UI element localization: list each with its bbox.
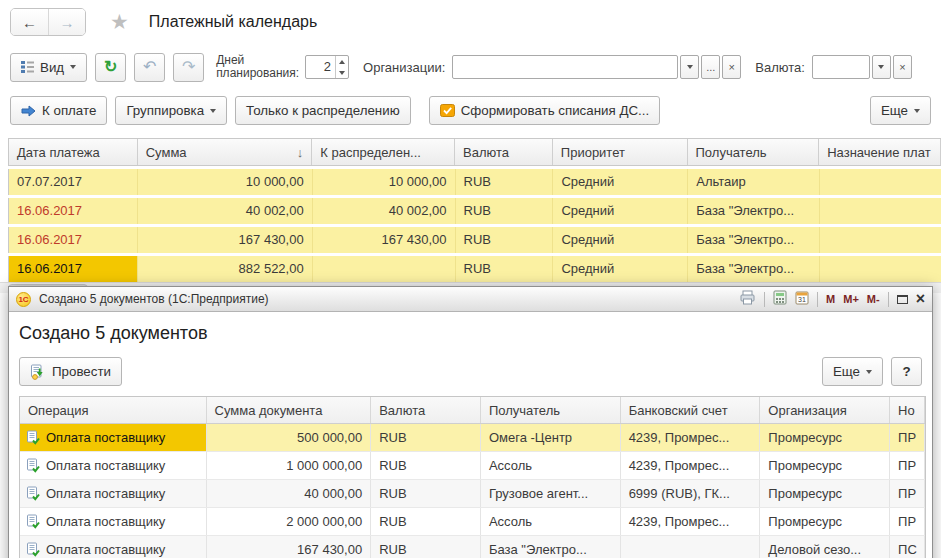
close-button[interactable]: × bbox=[916, 291, 925, 307]
cell-org[interactable]: Деловой сезо... bbox=[760, 536, 890, 558]
cell-purpose[interactable] bbox=[820, 256, 941, 282]
refresh-button[interactable]: ↻ bbox=[95, 53, 126, 82]
cell-date[interactable]: 07.07.2017 bbox=[9, 169, 138, 195]
cell-currency[interactable]: RUB bbox=[371, 424, 481, 451]
calculator-button[interactable] bbox=[773, 290, 787, 308]
cell-purpose[interactable] bbox=[820, 198, 941, 224]
cell-num[interactable]: ПР bbox=[890, 480, 925, 507]
cell-org[interactable]: Промресурс bbox=[760, 508, 890, 535]
redo-button[interactable]: ↷ bbox=[173, 53, 204, 82]
cell-num[interactable]: ПС bbox=[890, 536, 925, 558]
cell-org[interactable]: Промресурс bbox=[760, 424, 890, 451]
currency-input[interactable] bbox=[812, 55, 870, 79]
cell-account[interactable]: 6999 (RUB), ГК... bbox=[621, 480, 761, 507]
cell-amount[interactable]: 167 430,00 bbox=[207, 536, 372, 558]
cell-operation[interactable]: Оплата поставщику bbox=[20, 536, 207, 558]
cell-operation[interactable]: Оплата поставщику bbox=[20, 508, 207, 535]
cell-currency[interactable]: RUB bbox=[456, 169, 554, 195]
cell-amount[interactable]: 40 000,00 bbox=[207, 480, 372, 507]
cell-recipient[interactable]: Грузовое агент... bbox=[481, 480, 621, 507]
cell-org[interactable]: Промресурс bbox=[760, 480, 890, 507]
cell-recipient[interactable]: Ассоль bbox=[481, 452, 621, 479]
memory-recall-button[interactable]: M bbox=[826, 293, 835, 305]
form-writeoffs-button[interactable]: Сформировать списания ДС... bbox=[429, 96, 661, 125]
cell-to_distribute[interactable] bbox=[313, 256, 456, 282]
cell-currency[interactable]: RUB bbox=[456, 256, 554, 282]
cell-sum[interactable]: 40 002,00 bbox=[138, 198, 313, 224]
column-header-to_distribute[interactable]: К распределен... bbox=[312, 139, 455, 165]
forward-button[interactable]: → bbox=[48, 9, 85, 35]
memory-minus-button[interactable]: M- bbox=[867, 293, 880, 305]
help-button[interactable]: ? bbox=[891, 357, 922, 386]
cell-amount[interactable]: 1 000 000,00 bbox=[207, 452, 372, 479]
column-header-sum[interactable]: Сумма↓ bbox=[138, 139, 313, 165]
cell-account[interactable]: 4239, Промрес... bbox=[621, 508, 761, 535]
cell-priority[interactable]: Средний bbox=[553, 198, 688, 224]
organizations-browse-button[interactable]: ... bbox=[701, 55, 720, 79]
column-header-recipient[interactable]: Получатель bbox=[481, 397, 621, 423]
grouping-button[interactable]: Группировка bbox=[115, 96, 227, 125]
more-button-dialog[interactable]: Еще bbox=[822, 357, 883, 386]
planning-days-stepper[interactable]: 2 bbox=[305, 55, 349, 79]
cell-sum[interactable]: 10 000,00 bbox=[138, 169, 313, 195]
maximize-button[interactable] bbox=[897, 295, 908, 304]
column-header-org[interactable]: Организация bbox=[760, 397, 890, 423]
cell-to_distribute[interactable]: 10 000,00 bbox=[313, 169, 456, 195]
cell-currency[interactable]: RUB bbox=[371, 508, 481, 535]
cell-currency[interactable]: RUB bbox=[456, 198, 554, 224]
cell-sum[interactable]: 167 430,00 bbox=[138, 227, 313, 253]
dialog-titlebar[interactable]: 1С Создано 5 документов (1С:Предприятие) bbox=[9, 287, 932, 312]
cell-account[interactable] bbox=[621, 536, 761, 558]
view-button[interactable]: Вид bbox=[10, 53, 87, 82]
cell-currency[interactable]: RUB bbox=[456, 227, 554, 253]
column-header-currency[interactable]: Валюта bbox=[455, 139, 553, 165]
cell-priority[interactable]: Средний bbox=[553, 256, 688, 282]
column-header-purpose[interactable]: Назначение плат bbox=[819, 139, 941, 165]
cell-date[interactable]: 16.06.2017 bbox=[9, 198, 138, 224]
column-header-date[interactable]: Дата платежа bbox=[9, 139, 138, 165]
cell-num[interactable]: ПР bbox=[890, 508, 925, 535]
cell-account[interactable]: 4239, Промрес... bbox=[621, 424, 761, 451]
organizations-clear-button[interactable]: × bbox=[722, 55, 741, 79]
column-header-amount[interactable]: Сумма документа bbox=[207, 397, 372, 423]
cell-recipient[interactable]: Альтаир bbox=[688, 169, 820, 195]
cell-currency[interactable]: RUB bbox=[371, 452, 481, 479]
stepper-up-button[interactable] bbox=[336, 56, 348, 67]
cell-purpose[interactable] bbox=[820, 169, 941, 195]
favorite-star-icon[interactable]: ★ bbox=[110, 10, 129, 34]
column-header-account[interactable]: Банковский счет bbox=[621, 397, 761, 423]
cell-amount[interactable]: 500 000,00 bbox=[207, 424, 372, 451]
organizations-input[interactable] bbox=[452, 55, 678, 79]
cell-sum[interactable]: 882 522,00 bbox=[138, 256, 313, 282]
cell-amount[interactable]: 2 000 000,00 bbox=[207, 508, 372, 535]
calendar-button[interactable]: 31 bbox=[795, 290, 809, 308]
more-button-top[interactable]: Еще bbox=[870, 96, 931, 125]
cell-operation[interactable]: Оплата поставщику bbox=[20, 452, 207, 479]
cell-recipient[interactable]: Ассоль bbox=[481, 508, 621, 535]
cell-purpose[interactable] bbox=[820, 227, 941, 253]
cell-num[interactable]: ПР bbox=[890, 452, 925, 479]
stepper-down-button[interactable] bbox=[336, 67, 348, 78]
cell-recipient[interactable]: База "Электро... bbox=[481, 536, 621, 558]
print-button[interactable] bbox=[739, 290, 756, 308]
undo-button[interactable]: ↶ bbox=[134, 53, 165, 82]
back-button[interactable]: ← bbox=[11, 9, 48, 35]
column-header-num[interactable]: Но bbox=[890, 397, 925, 423]
post-documents-button[interactable]: Провести bbox=[19, 357, 122, 386]
cell-recipient[interactable]: База "Электро... bbox=[688, 227, 820, 253]
cell-account[interactable]: 4239, Промрес... bbox=[621, 452, 761, 479]
cell-num[interactable]: ПР bbox=[890, 424, 925, 451]
column-header-currency[interactable]: Валюта bbox=[371, 397, 481, 423]
memory-plus-button[interactable]: M+ bbox=[843, 293, 859, 305]
currency-clear-button[interactable]: × bbox=[893, 55, 912, 79]
cell-date[interactable]: 16.06.2017 bbox=[9, 227, 138, 253]
cell-currency[interactable]: RUB bbox=[371, 536, 481, 558]
cell-recipient[interactable]: Омега -Центр bbox=[481, 424, 621, 451]
to-pay-button[interactable]: К оплате bbox=[10, 96, 107, 125]
currency-dropdown-button[interactable] bbox=[872, 55, 891, 79]
column-header-recipient[interactable]: Получатель bbox=[688, 139, 820, 165]
only-distribution-button[interactable]: Только к распределению bbox=[235, 96, 411, 125]
cell-priority[interactable]: Средний bbox=[553, 227, 688, 253]
cell-operation[interactable]: Оплата поставщику bbox=[20, 480, 207, 507]
column-header-operation[interactable]: Операция bbox=[20, 397, 207, 423]
